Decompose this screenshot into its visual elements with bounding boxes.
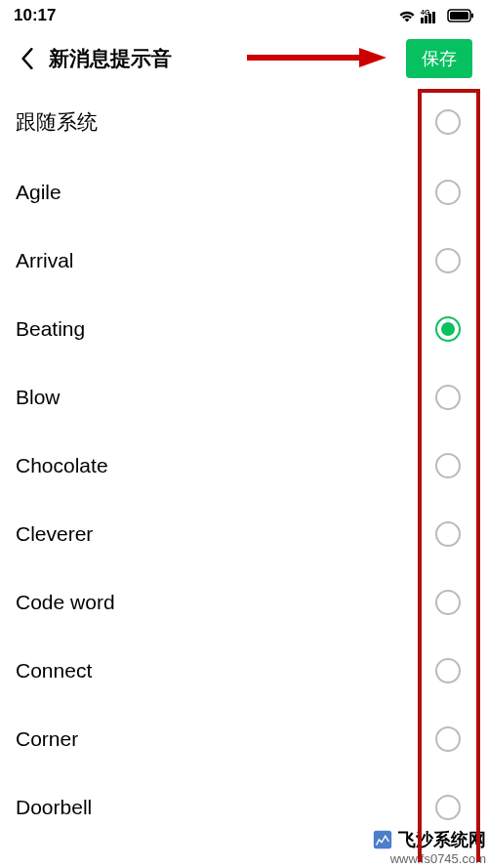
radio-arrival[interactable] (435, 248, 461, 273)
sound-item-agile[interactable]: Agile (0, 158, 488, 227)
sound-item-code-word[interactable]: Code word (0, 568, 488, 637)
watermark-url: www.fs0745.com (372, 851, 486, 866)
sound-item-blow[interactable]: Blow (0, 363, 488, 432)
sound-label: Code word (16, 591, 115, 614)
sound-label: Blow (16, 386, 61, 409)
sound-item-cleverer[interactable]: Cleverer (0, 500, 488, 568)
radio-code-word[interactable] (435, 590, 461, 615)
save-button[interactable]: 保存 (406, 39, 472, 78)
radio-blow[interactable] (435, 385, 461, 410)
svg-rect-3 (428, 14, 431, 23)
page-title: 新消息提示音 (49, 45, 172, 72)
radio-connect[interactable] (435, 658, 461, 683)
sound-label: Arrival (16, 249, 74, 272)
sound-item-follow-system[interactable]: 跟随系统 (0, 86, 488, 158)
wifi-icon (398, 9, 416, 22)
sound-label: Cleverer (16, 522, 93, 546)
sound-label: Agile (16, 181, 61, 204)
sound-label: Connect (16, 659, 92, 682)
radio-chocolate[interactable] (435, 453, 461, 478)
svg-rect-1 (421, 18, 424, 23)
sound-label: Doorbell (16, 796, 92, 819)
watermark: 飞沙系统网 www.fs0745.com (372, 828, 486, 866)
svg-rect-6 (450, 12, 468, 20)
sound-label: Chocolate (16, 454, 108, 477)
status-icons: 4G (398, 9, 474, 23)
radio-corner[interactable] (435, 726, 461, 752)
svg-rect-7 (471, 14, 473, 19)
sound-label: Beating (16, 317, 85, 341)
radio-doorbell[interactable] (435, 795, 461, 820)
sound-item-connect[interactable]: Connect (0, 637, 488, 705)
watermark-text: 飞沙系统网 (398, 828, 486, 851)
sound-label: 跟随系统 (16, 108, 98, 136)
watermark-logo-icon (372, 829, 393, 850)
sound-list: 跟随系统AgileArrivalBeatingBlowChocolateClev… (0, 86, 488, 842)
signal-4g-icon: 4G (421, 9, 442, 23)
status-time: 10:17 (14, 6, 56, 25)
sound-item-corner[interactable]: Corner (0, 705, 488, 773)
radio-beating[interactable] (435, 316, 461, 342)
sound-item-chocolate[interactable]: Chocolate (0, 432, 488, 500)
radio-follow-system[interactable] (435, 109, 461, 135)
svg-rect-4 (432, 12, 435, 23)
radio-cleverer[interactable] (435, 521, 461, 547)
back-icon[interactable] (16, 47, 39, 70)
nav-bar: 新消息提示音 保存 (0, 31, 488, 86)
radio-agile[interactable] (435, 180, 461, 205)
sound-item-arrival[interactable]: Arrival (0, 227, 488, 295)
status-bar: 10:17 4G (0, 0, 488, 31)
sound-item-beating[interactable]: Beating (0, 295, 488, 363)
svg-rect-2 (425, 16, 427, 23)
sound-label: Corner (16, 727, 78, 751)
battery-icon (447, 9, 474, 22)
